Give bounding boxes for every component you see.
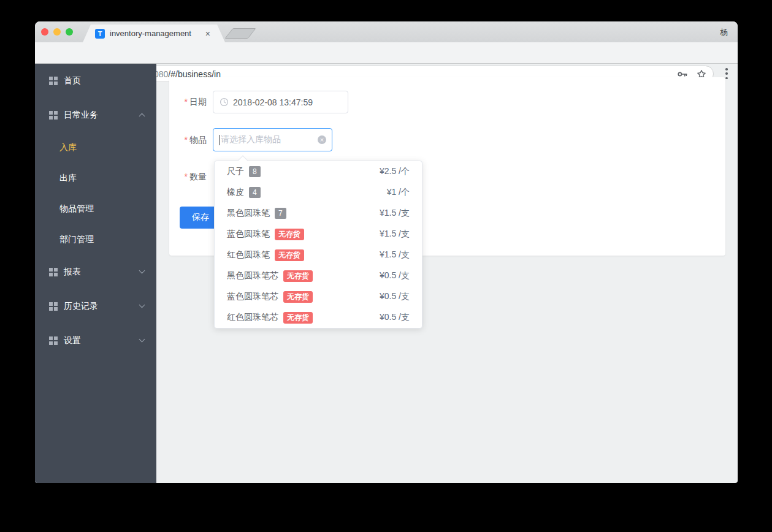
dropdown-option[interactable]: 橡皮 4 ¥1 /个 <box>215 182 422 203</box>
date-value: 2018-02-08 13:47:59 <box>233 97 313 107</box>
chevron-up-icon <box>139 113 145 120</box>
item-name: 红色圆珠笔 <box>227 249 270 260</box>
clock-icon <box>220 97 229 107</box>
quantity-field-label: *数量 <box>169 165 207 188</box>
item-price: ¥0.5 /支 <box>380 291 410 302</box>
sidebar-item-history[interactable]: 历史记录 <box>35 289 156 324</box>
browser-profile-name[interactable]: 杨 <box>720 27 728 38</box>
sidebar-item-label: 部门管理 <box>59 234 94 245</box>
clear-icon[interactable]: × <box>318 135 326 144</box>
window-controls <box>41 28 73 36</box>
browser-toolbar: localhost:8080/#/business/in <box>35 42 738 64</box>
item-select-input[interactable]: 请选择入库物品 × <box>213 128 332 151</box>
sidebar-item-daily-business[interactable]: 日常业务 <box>35 98 156 132</box>
required-mark: * <box>185 172 188 181</box>
sidebar-item-label: 设置 <box>64 335 81 346</box>
sidebar-item-label: 历史记录 <box>64 301 98 312</box>
item-name: 尺子 <box>227 166 244 177</box>
item-field-label: *物品 <box>169 128 207 151</box>
stock-count-badge: 4 <box>249 187 261 198</box>
item-price: ¥1.5 /支 <box>380 249 410 260</box>
item-price: ¥1.5 /支 <box>380 229 410 240</box>
tab-favicon: T <box>95 29 105 39</box>
date-field-label: *日期 <box>169 91 207 113</box>
dropdown-option[interactable]: 蓝色圆珠笔 无存货 ¥1.5 /支 <box>215 224 422 245</box>
chevron-down-icon <box>139 336 145 343</box>
item-name: 黑色圆珠笔 <box>227 208 270 219</box>
browser-tab-bar: T inventory-management × 杨 <box>35 21 738 42</box>
date-input[interactable]: 2018-02-08 13:47:59 <box>213 91 348 113</box>
tab-close-icon[interactable]: × <box>205 29 210 38</box>
dropdown-option[interactable]: 红色圆珠笔芯 无存货 ¥0.5 /支 <box>215 307 422 328</box>
sidebar-item-reports[interactable]: 报表 <box>35 255 156 289</box>
item-price: ¥1 /个 <box>387 187 410 198</box>
item-name: 蓝色圆珠笔 <box>227 229 270 240</box>
sidebar-item-label: 入库 <box>59 142 77 153</box>
dropdown-option[interactable]: 蓝色圆珠笔芯 无存货 ¥0.5 /支 <box>215 286 422 307</box>
item-name: 橡皮 <box>227 187 244 198</box>
menu-grid-icon <box>49 268 58 276</box>
chevron-down-icon <box>139 268 145 274</box>
sidebar-item-home[interactable]: 首页 <box>35 64 156 98</box>
menu-grid-icon <box>49 77 58 85</box>
sidebar-item-label: 首页 <box>64 75 81 86</box>
chevron-down-icon <box>139 302 145 308</box>
item-price: ¥2.5 /个 <box>380 166 410 177</box>
required-mark: * <box>185 135 188 145</box>
menu-grid-icon <box>49 111 58 120</box>
sidebar-item-stock-out[interactable]: 出库 <box>35 163 156 194</box>
browser-tab[interactable]: T inventory-management × <box>83 25 225 42</box>
close-window-button[interactable] <box>41 28 48 36</box>
item-price: ¥0.5 /支 <box>380 270 410 281</box>
out-of-stock-badge: 无存货 <box>283 312 313 324</box>
sidebar-item-label: 出库 <box>59 173 77 184</box>
item-select-dropdown: 尺子 8 ¥2.5 /个 橡皮 4 ¥1 /个 黑色圆珠笔 7 ¥1.5 <box>214 161 422 329</box>
menu-grid-icon <box>49 336 58 345</box>
out-of-stock-badge: 无存货 <box>283 291 313 303</box>
item-price: ¥0.5 /支 <box>380 312 410 323</box>
menu-grid-icon <box>49 302 58 311</box>
item-name: 红色圆珠笔芯 <box>227 312 278 323</box>
sidebar: 首页 日常业务 入库 出库 物品管理 部门管理 报表 <box>35 64 156 483</box>
required-mark: * <box>185 97 188 107</box>
sidebar-item-stock-in[interactable]: 入库 <box>35 132 156 163</box>
tab-title: inventory-management <box>110 29 202 38</box>
sidebar-item-label: 日常业务 <box>64 110 98 121</box>
dropdown-option[interactable]: 红色圆珠笔 无存货 ¥1.5 /支 <box>215 245 422 265</box>
dropdown-option[interactable]: 黑色圆珠笔 7 ¥1.5 /支 <box>215 203 422 224</box>
item-name: 黑色圆珠笔芯 <box>227 270 278 281</box>
app-content: 首页 日常业务 入库 出库 物品管理 部门管理 报表 <box>35 64 738 483</box>
sidebar-item-label: 报表 <box>64 267 81 278</box>
item-select-placeholder: 请选择入库物品 <box>221 134 318 145</box>
sidebar-item-item-management[interactable]: 物品管理 <box>35 194 156 224</box>
item-price: ¥1.5 /支 <box>380 208 410 219</box>
minimize-window-button[interactable] <box>53 28 61 36</box>
out-of-stock-badge: 无存货 <box>275 229 304 240</box>
stock-count-badge: 8 <box>249 166 261 177</box>
dropdown-option[interactable]: 黑色圆珠笔芯 无存货 ¥0.5 /支 <box>215 265 422 286</box>
fullscreen-window-button[interactable] <box>66 28 73 36</box>
browser-window: T inventory-management × 杨 localhost:808… <box>35 21 738 483</box>
out-of-stock-badge: 无存货 <box>275 249 304 261</box>
sidebar-item-department-management[interactable]: 部门管理 <box>35 224 156 255</box>
new-tab-button[interactable] <box>224 28 256 39</box>
sidebar-item-settings[interactable]: 设置 <box>35 324 156 358</box>
text-cursor <box>220 135 220 145</box>
dropdown-option[interactable]: 尺子 8 ¥2.5 /个 <box>215 161 422 182</box>
item-name: 蓝色圆珠笔芯 <box>227 291 278 302</box>
sidebar-item-label: 物品管理 <box>59 203 94 215</box>
stock-count-badge: 7 <box>275 208 286 219</box>
out-of-stock-badge: 无存货 <box>283 270 313 282</box>
